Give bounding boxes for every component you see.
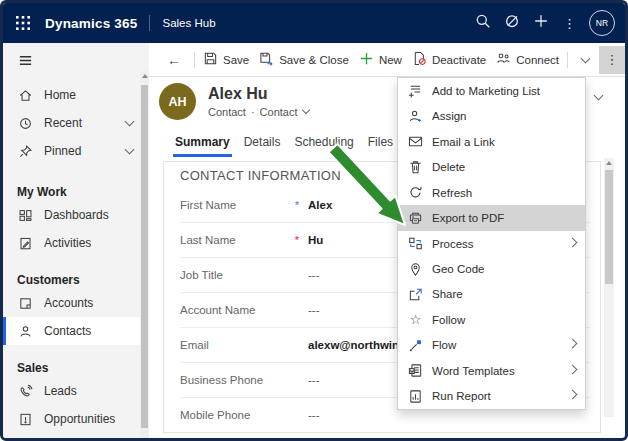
- ellipsis-vertical-icon: ⋮: [606, 53, 619, 66]
- refresh-icon: [408, 185, 423, 200]
- save-button[interactable]: Save: [198, 46, 254, 74]
- form-selector[interactable]: Contact: [260, 106, 298, 118]
- share-icon: [408, 287, 423, 302]
- pin-icon: [18, 144, 33, 159]
- person-icon: [18, 324, 33, 339]
- quick-create-button[interactable]: [526, 9, 555, 37]
- scroll-up-arrow-icon[interactable]: [606, 161, 612, 165]
- tab-details[interactable]: Details: [242, 131, 283, 157]
- submenu-chevron-icon: [568, 364, 578, 374]
- sidebar-item-contacts[interactable]: Contacts: [3, 317, 149, 345]
- plus-icon: [533, 13, 549, 33]
- scroll-up-arrow-icon[interactable]: [142, 74, 148, 78]
- collapse-section-chevron-icon[interactable]: [594, 91, 604, 101]
- more-commands-button[interactable]: ⋮: [599, 46, 625, 74]
- ellipsis-vertical-icon: ⋮: [563, 17, 576, 30]
- submenu-chevron-icon: [568, 390, 578, 400]
- sidebar-item-pinned[interactable]: Pinned: [3, 137, 149, 165]
- clipboard-icon: [18, 236, 33, 251]
- sidebar-item-competitors[interactable]: Competitors: [3, 433, 149, 438]
- phone-icon: [18, 384, 33, 399]
- sidebar-section-sales: Sales: [3, 353, 149, 377]
- menu-item-geo-code[interactable]: Geo Code: [398, 256, 585, 281]
- appbar-more-button[interactable]: ⋮: [555, 9, 584, 37]
- word-icon: [408, 363, 423, 378]
- sidebar-section-my-work: My Work: [3, 177, 149, 201]
- tab-summary[interactable]: Summary: [173, 131, 232, 157]
- geo-pin-icon: [408, 262, 423, 277]
- back-button[interactable]: ←: [157, 46, 191, 74]
- menu-item-process[interactable]: Process: [398, 231, 585, 256]
- save-close-icon: [259, 51, 274, 68]
- compass-button[interactable]: [497, 9, 526, 37]
- command-bar: ← Save Save & Close New Deactivate: [149, 43, 625, 77]
- assign-icon: [408, 109, 423, 124]
- chevron-down-icon[interactable]: [301, 106, 309, 114]
- sidebar-item-accounts[interactable]: Accounts: [3, 289, 149, 317]
- sidebar-item-recent[interactable]: Recent: [3, 109, 149, 137]
- deactivate-icon: [412, 51, 427, 68]
- collapse-nav-button[interactable]: [3, 43, 149, 81]
- building-icon: [18, 296, 33, 311]
- required-asterisk: *: [286, 234, 308, 246]
- user-avatar[interactable]: NR: [589, 10, 615, 36]
- sidebar-item-home[interactable]: Home: [3, 81, 149, 109]
- tab-scheduling[interactable]: Scheduling: [292, 131, 355, 157]
- app-window: Dynamics 365 Sales Hub ⋮ NR Home Recent …: [0, 0, 628, 441]
- menu-item-share[interactable]: Share: [398, 282, 585, 307]
- sidebar-item-dashboards[interactable]: Dashboards: [3, 201, 149, 229]
- entity-label: Contact: [208, 106, 246, 118]
- app-bar: Dynamics 365 Sales Hub ⋮ NR: [3, 3, 625, 43]
- menu-item-export-to-pdf[interactable]: Export to PDF: [398, 205, 585, 230]
- menu-item-delete[interactable]: Delete: [398, 154, 585, 179]
- menu-item-refresh[interactable]: Refresh: [398, 180, 585, 205]
- sidebar-item-leads[interactable]: Leads: [3, 377, 149, 405]
- export-pdf-icon: [408, 211, 423, 226]
- clock-icon: [18, 116, 33, 131]
- record-avatar: AH: [159, 83, 196, 120]
- home-icon: [18, 88, 33, 103]
- sidebar-scrollbar-thumb[interactable]: [141, 85, 148, 428]
- menu-item-assign[interactable]: Assign: [398, 103, 585, 128]
- search-button[interactable]: [468, 9, 497, 37]
- command-overflow-chevron[interactable]: [571, 46, 599, 74]
- delete-icon: [408, 160, 423, 175]
- back-arrow-icon: ←: [167, 52, 181, 68]
- new-button[interactable]: New: [354, 46, 407, 74]
- deactivate-button[interactable]: Deactivate: [407, 46, 491, 74]
- search-icon: [475, 13, 491, 33]
- waffle-icon[interactable]: [15, 15, 31, 31]
- new-plus-icon: [359, 51, 374, 68]
- opportunity-icon: [18, 412, 33, 427]
- flow-icon: [408, 338, 423, 353]
- sidebar-item-opportunities[interactable]: Opportunities: [3, 405, 149, 433]
- appbar-divider: [149, 15, 150, 31]
- save-icon: [203, 51, 218, 68]
- sidebar-scrollbar[interactable]: [140, 71, 149, 438]
- record-title: Alex Hu: [208, 85, 309, 103]
- menu-item-add-to-marketing-list[interactable]: Add to Marketing List: [398, 78, 585, 103]
- sidebar-item-activities[interactable]: Activities: [3, 229, 149, 257]
- compass-icon: [504, 13, 520, 33]
- app-name[interactable]: Sales Hub: [162, 17, 215, 29]
- overflow-menu: Add to Marketing List Assign Email a Lin…: [397, 77, 586, 410]
- chevron-down-icon[interactable]: [125, 145, 135, 155]
- site-map-sidebar: Home Recent Pinned My Work Dashboards Ac…: [3, 43, 149, 438]
- menu-item-word-templates[interactable]: Word Templates: [398, 358, 585, 383]
- form-scrollbar-thumb[interactable]: [605, 170, 613, 284]
- connect-button[interactable]: Connect: [491, 46, 564, 74]
- form-scrollbar[interactable]: [604, 158, 614, 417]
- recommended-asterisk: *: [286, 199, 308, 211]
- process-icon: [408, 236, 423, 251]
- menu-item-flow[interactable]: Flow: [398, 333, 585, 358]
- report-icon: [408, 389, 423, 404]
- add-to-marketing-list-icon: [408, 83, 423, 98]
- chevron-down-icon[interactable]: [125, 117, 135, 127]
- tab-files[interactable]: Files: [366, 131, 395, 157]
- chevron-down-icon: [580, 53, 590, 63]
- menu-item-email-a-link[interactable]: Email a Link: [398, 129, 585, 154]
- star-icon: ☆: [408, 313, 423, 326]
- menu-item-run-report[interactable]: Run Report: [398, 384, 585, 409]
- save-and-close-button[interactable]: Save & Close: [254, 46, 354, 74]
- menu-item-follow[interactable]: ☆ Follow: [398, 307, 585, 332]
